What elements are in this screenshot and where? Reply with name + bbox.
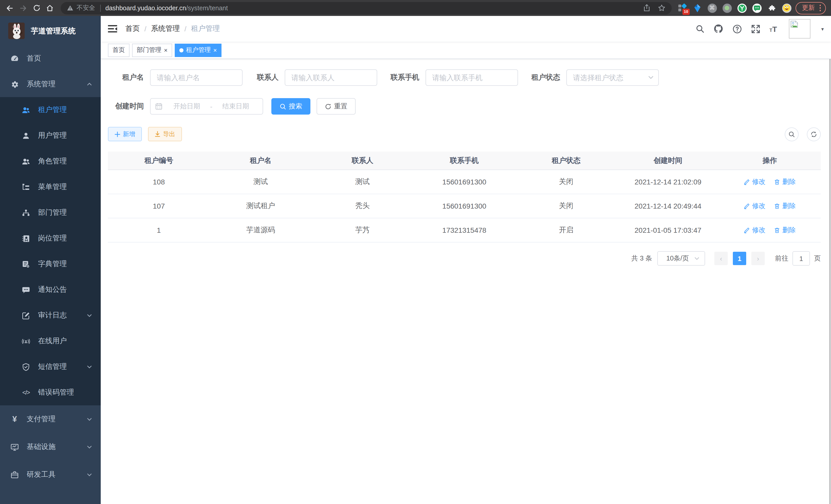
warning-icon <box>67 5 74 11</box>
header-search-icon[interactable] <box>695 24 705 33</box>
refresh-icon <box>325 103 332 110</box>
sidebar-item-notice[interactable]: 通知公告 <box>0 277 101 303</box>
sidebar-item-role[interactable]: 角色管理 <box>0 148 101 174</box>
start-date-placeholder[interactable]: 开始日期 <box>165 102 209 111</box>
omnibox-divider <box>100 4 101 11</box>
sidebar-fold-icon[interactable] <box>108 25 117 33</box>
security-label[interactable]: 不安全 <box>77 4 95 12</box>
monitor-icon <box>10 443 19 451</box>
sidebar-item-menu[interactable]: 菜单管理 <box>0 174 101 200</box>
message-icon <box>22 286 30 294</box>
page-size-select[interactable]: 10条/页 <box>657 251 705 266</box>
delete-link[interactable]: 删除 <box>774 177 796 186</box>
sidebar-item-devtools[interactable]: 研发工具 <box>0 461 101 488</box>
chevron-down-icon <box>86 416 92 422</box>
page-unit-label: 页 <box>814 254 821 263</box>
create-time-range-input[interactable]: 开始日期 - 结束日期 <box>150 98 263 115</box>
pagination: 共 3 条 10条/页 ‹ 1 › 前往 页 <box>108 251 821 266</box>
profile-avatar-emoji[interactable] <box>782 3 791 12</box>
url-domain[interactable]: dashboard.yudao.iocoder.cn <box>105 4 186 11</box>
delete-link[interactable]: 删除 <box>774 201 796 211</box>
avatar[interactable] <box>789 19 810 38</box>
github-icon[interactable] <box>714 24 724 34</box>
extension-dot-icon[interactable] <box>722 3 732 12</box>
extension-command-icon[interactable]: ⌘ <box>708 3 717 12</box>
share-icon[interactable] <box>643 4 650 12</box>
goto-page-input[interactable] <box>793 251 810 266</box>
hide-search-button[interactable] <box>785 127 799 141</box>
delete-link[interactable]: 删除 <box>774 226 796 235</box>
avatar-caret-icon[interactable]: ▾ <box>821 26 824 32</box>
reload-icon[interactable] <box>30 1 43 14</box>
sidebar-item-system[interactable]: 系统管理 <box>0 71 101 97</box>
next-page-button[interactable]: › <box>751 252 765 265</box>
sidebar-item-payment[interactable]: ¥ 支付管理 <box>0 405 101 433</box>
app-logo[interactable]: 芋道管理系统 <box>0 16 101 46</box>
menu-tree-icon <box>22 183 30 191</box>
edit-pen-icon <box>744 203 750 209</box>
extension-kite-icon[interactable] <box>692 3 702 12</box>
export-button[interactable]: 导出 <box>148 127 182 141</box>
extensions-puzzle-icon[interactable] <box>767 3 776 12</box>
reset-button[interactable]: 重置 <box>317 98 355 115</box>
address-bar[interactable]: 不安全 dashboard.yudao.iocoder.cn/system/te… <box>61 2 671 14</box>
table-row: 1 芋道源码 芋艿 17321315478 开启 2021-01-05 17:0… <box>108 218 821 242</box>
url-path[interactable]: /system/tenant <box>186 4 228 11</box>
sidebar-item-online-user[interactable]: 在线用户 <box>0 328 101 354</box>
mobile-label: 联系手机 <box>390 73 419 82</box>
sidebar-item-sms[interactable]: 短信管理 <box>0 354 101 380</box>
breadcrumb-home[interactable]: 首页 <box>125 24 140 33</box>
tab-tenant[interactable]: 租户管理 × <box>175 43 222 57</box>
sidebar-item-error-code[interactable]: </> 错误码管理 <box>0 380 101 405</box>
page-number-1[interactable]: 1 <box>733 252 746 265</box>
end-date-placeholder[interactable]: 结束日期 <box>213 102 258 111</box>
table-row: 107 测试租户 秃头 15601691300 关闭 2021-12-14 20… <box>108 194 821 218</box>
help-icon[interactable] <box>733 24 742 34</box>
download-icon <box>155 131 160 137</box>
tab-home[interactable]: 首页 <box>108 43 130 57</box>
chrome-update-button[interactable]: 更新 <box>795 2 826 14</box>
sidebar-item-dict[interactable]: 字典管理 <box>0 251 101 277</box>
search-button[interactable]: 搜索 <box>271 98 310 115</box>
breadcrumb-system[interactable]: 系统管理 <box>151 24 180 33</box>
tenant-table: 租户编号 租户名 联系人 联系手机 租户状态 创建时间 操作 108 测试 测试… <box>108 152 821 242</box>
browser-menu-icon[interactable] <box>820 5 821 11</box>
prev-page-button[interactable]: ‹ <box>714 252 728 265</box>
mobile-input[interactable] <box>426 69 518 86</box>
extension-chat-icon[interactable] <box>752 3 762 12</box>
tenant-name-input[interactable] <box>150 69 242 86</box>
edit-log-icon <box>22 311 30 320</box>
edit-link[interactable]: 修改 <box>744 201 766 211</box>
tab-dept[interactable]: 部门管理 × <box>132 43 172 57</box>
sidebar-item-post[interactable]: 岗位管理 <box>0 226 101 251</box>
extension-y-icon[interactable] <box>737 3 746 12</box>
back-icon[interactable] <box>3 1 17 14</box>
scrollbar[interactable] <box>829 16 830 504</box>
sidebar-item-home[interactable]: 首页 <box>0 46 101 71</box>
dictionary-icon <box>22 260 30 268</box>
sidebar-item-tenant[interactable]: 租户管理 <box>0 97 101 123</box>
breadcrumb-separator: / <box>144 25 146 33</box>
edit-link[interactable]: 修改 <box>744 177 766 186</box>
forward-icon[interactable] <box>17 1 30 14</box>
status-label: 租户状态 <box>531 73 560 82</box>
add-button[interactable]: 新增 <box>108 127 142 141</box>
sidebar-item-audit-log[interactable]: 审计日志 <box>0 303 101 328</box>
breadcrumb: 首页 / 系统管理 / 租户管理 <box>125 24 220 33</box>
sidebar-item-infra[interactable]: 基础设施 <box>0 433 101 461</box>
status-select[interactable] <box>566 69 659 86</box>
bookmark-star-icon[interactable] <box>658 4 665 12</box>
sidebar-item-dept[interactable]: 部门管理 <box>0 200 101 226</box>
font-size-icon[interactable]: TT <box>770 24 777 33</box>
refresh-table-button[interactable] <box>807 127 821 141</box>
chevron-up-icon <box>86 81 92 87</box>
fullscreen-icon[interactable] <box>751 24 761 34</box>
table-row: 108 测试 测试 15601691300 关闭 2021-12-14 21:0… <box>108 170 821 194</box>
contact-input[interactable] <box>285 69 377 86</box>
home-icon[interactable] <box>43 1 57 14</box>
extension-grid-icon[interactable]: 10 <box>678 3 687 12</box>
close-icon[interactable]: × <box>213 47 217 53</box>
close-icon[interactable]: × <box>164 47 168 53</box>
edit-link[interactable]: 修改 <box>744 226 766 235</box>
sidebar-item-user[interactable]: 用户管理 <box>0 123 101 148</box>
